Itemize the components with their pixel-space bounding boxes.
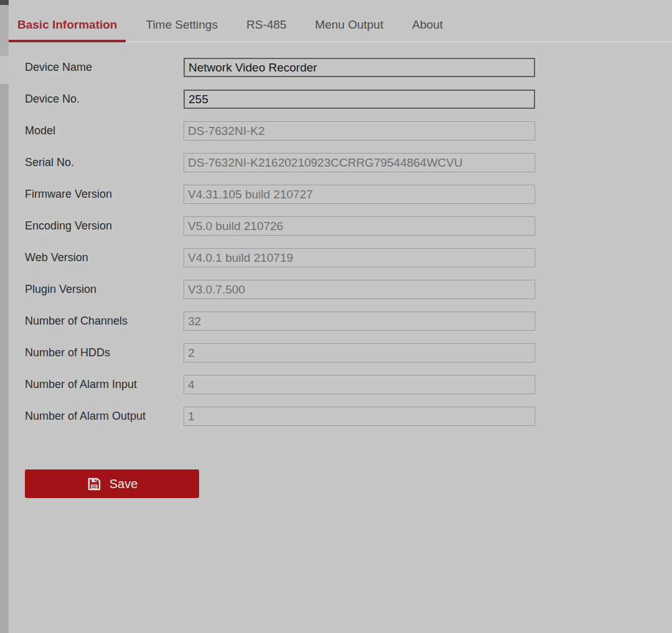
scrollbar-top-cap bbox=[0, 0, 9, 5]
tab-basic-information[interactable]: Basic Information bbox=[9, 18, 126, 41]
firmware-version-field bbox=[184, 185, 535, 204]
number-of-channels-label: Number of Channels bbox=[25, 315, 184, 328]
form-row: Plugin Version bbox=[25, 280, 672, 299]
web-version-field bbox=[184, 248, 535, 267]
model-field bbox=[184, 121, 535, 141]
tab-about[interactable]: About bbox=[403, 18, 452, 41]
form-row: Device Name bbox=[25, 58, 672, 77]
encoding-version-label: Encoding Version bbox=[25, 219, 184, 233]
tab-time-settings[interactable]: Time Settings bbox=[137, 18, 226, 41]
serial-no-field bbox=[184, 153, 535, 172]
save-row: Save bbox=[25, 469, 672, 498]
number-of-alarm-output-label: Number of Alarm Output bbox=[25, 410, 184, 423]
number-of-alarm-input-label: Number of Alarm Input bbox=[25, 378, 184, 391]
plugin-version-label: Plugin Version bbox=[25, 283, 184, 296]
form-row: Serial No. bbox=[25, 153, 672, 172]
device-info-panel: Basic Information Time Settings RS-485 M… bbox=[9, 0, 672, 498]
number-of-hdds-label: Number of HDDs bbox=[25, 346, 184, 359]
number-of-alarm-input-field bbox=[184, 375, 535, 394]
number-of-hdds-field bbox=[184, 343, 535, 363]
scrollbar-track bbox=[0, 84, 9, 633]
form-row: Number of HDDs bbox=[25, 343, 672, 363]
form-row: Number of Alarm Output bbox=[25, 407, 672, 426]
encoding-version-field bbox=[184, 216, 535, 236]
model-label: Model bbox=[25, 124, 184, 137]
number-of-alarm-output-field bbox=[184, 407, 535, 426]
save-button[interactable]: Save bbox=[25, 469, 199, 498]
serial-no-label: Serial No. bbox=[25, 156, 184, 169]
firmware-version-label: Firmware Version bbox=[25, 188, 184, 201]
device-name-input[interactable] bbox=[184, 58, 535, 77]
number-of-channels-field bbox=[184, 312, 535, 331]
basic-information-form: Device Name Device No. Model Serial No. … bbox=[9, 42, 672, 498]
device-no-input[interactable] bbox=[184, 90, 535, 109]
tab-menu-output[interactable]: Menu Output bbox=[306, 18, 392, 41]
form-row: Number of Channels bbox=[25, 312, 672, 331]
form-row: Web Version bbox=[25, 248, 672, 267]
web-version-label: Web Version bbox=[25, 251, 184, 264]
device-name-label: Device Name bbox=[25, 61, 184, 74]
save-button-label: Save bbox=[110, 477, 138, 491]
form-row: Number of Alarm Input bbox=[25, 375, 672, 394]
plugin-version-field bbox=[184, 280, 535, 299]
form-row: Firmware Version bbox=[25, 185, 672, 204]
form-row: Device No. bbox=[25, 90, 672, 109]
device-no-label: Device No. bbox=[25, 93, 184, 106]
scrollbar-track-top bbox=[0, 5, 9, 56]
tab-rs-485[interactable]: RS-485 bbox=[238, 18, 295, 41]
form-row: Model bbox=[25, 121, 672, 141]
save-floppy-icon bbox=[86, 476, 102, 492]
scrollbar-thumb[interactable] bbox=[0, 56, 9, 84]
left-scrollbar[interactable] bbox=[0, 0, 9, 633]
tab-bar: Basic Information Time Settings RS-485 M… bbox=[9, 0, 672, 42]
form-row: Encoding Version bbox=[25, 216, 672, 236]
